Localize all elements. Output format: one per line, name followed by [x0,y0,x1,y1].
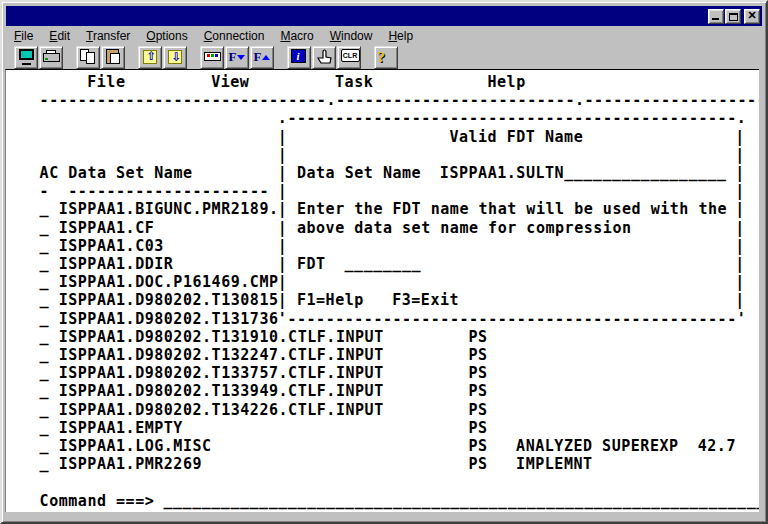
ac-select-field[interactable]: _ [40,237,50,255]
command-input[interactable]: ________________________________________… [163,492,759,510]
index-help-icon: i [291,49,308,65]
copy-button[interactable] [76,46,100,69]
host-menu-view[interactable]: View [211,73,249,91]
help-button[interactable]: ? [374,46,398,69]
ac-select-field[interactable]: _ [40,455,50,473]
dialog-instruction: Enter the FDT name that will be used wit… [297,200,727,218]
dialog-top-border: .---------------------------------------… [278,109,746,127]
dataset-name: ISPPAA1.D980202.T133949.CTLF.INPUT [59,382,384,400]
dialog-instruction: above data set name for compression [297,219,632,237]
font-decrease-button[interactable]: F [225,46,249,69]
clear-screen-button[interactable]: CLR [337,46,361,69]
dialog-right-border: | [735,164,745,182]
dialog-right-border: | [735,291,745,309]
close-button[interactable]: ✕ [744,9,760,24]
dataset-name: ISPPAA1.D980202.T131910.CTLF.INPUT [59,328,384,346]
dataset-name: ISPPAA1.DOC.P161469.CMP [59,273,279,291]
menu-help[interactable]: Help [380,28,421,45]
dialog-right-border: | [735,200,745,218]
keyboard-remap-button[interactable] [200,46,224,69]
dataset-org: PS [468,401,487,419]
terminal-screen-button[interactable] [14,46,38,69]
dialog-left-border: | [278,200,288,218]
dialog-left-border: | [278,128,288,146]
host-menu-file[interactable]: File [87,73,125,91]
menu-options[interactable]: Options [138,28,195,45]
dialog-right-border: | [735,255,745,273]
emulator-window: ✕ FileEditTransferOptionsConnectionMacro… [0,0,768,524]
minimize-icon [712,18,719,20]
ac-select-field[interactable]: _ [40,437,50,455]
ac-select-field[interactable]: _ [40,273,50,291]
ac-select-field[interactable]: _ [40,382,50,400]
help-icon: ? [378,49,395,65]
dataset-name: ISPPAA1.D980202.T132247.CTLF.INPUT [59,346,384,364]
maximize-icon [729,13,738,21]
list-header: AC Data Set Name [40,164,193,182]
paste-button[interactable] [101,46,125,69]
dialog-right-border: | [735,237,745,255]
ac-select-field[interactable]: _ [40,291,50,309]
hand-pointer-icon [316,49,333,65]
menu-edit[interactable]: Edit [41,28,78,45]
title-bar[interactable]: ✕ [6,6,762,26]
ac-select-field[interactable]: _ [40,346,50,364]
menu-macro[interactable]: Macro [272,28,321,45]
font-increase-button[interactable]: F [250,46,274,69]
dataset-org: PS [468,346,487,364]
ac-select-field[interactable]: _ [40,310,50,328]
ac-select-field[interactable]: _ [40,200,50,218]
dataset-name: ISPPAA1.DDIR [59,255,174,273]
ac-select-field[interactable]: _ [40,328,50,346]
ac-select-field[interactable]: _ [40,401,50,419]
dataset-status: ANALYZED SUPEREXP 42.7 [516,437,736,455]
receive-file-button[interactable]: ⇩ [163,46,187,69]
ac-select-field[interactable]: _ [40,219,50,237]
print-button[interactable] [39,46,63,69]
menu-file[interactable]: File [6,28,41,45]
dialog-left-border: | [278,164,288,182]
action-bar-separator: ------------------------------.---------… [40,91,759,109]
font-increase-icon: F [254,49,271,65]
send-file-button[interactable]: ⇧ [138,46,162,69]
dataset-name: ISPPAA1.D980202.T131736 [59,310,279,328]
dialog-right-border: | [735,146,745,164]
dialog-left-border: | [278,219,288,237]
dataset-status: IMPLEMNT [516,455,593,473]
fkey-help-hint: F1=Help [297,291,364,309]
dialog-right-border: | [735,219,745,237]
dataset-org: PS [468,455,487,473]
hand-pointer-button[interactable] [312,46,336,69]
command-label: Command ===> [40,492,155,510]
dialog-left-border: | [278,273,288,291]
dataset-name: ISPPAA1.D980202.T134226.CTLF.INPUT [59,401,384,419]
host-menu-task[interactable]: Task [335,73,373,91]
menu-connection[interactable]: Connection [196,28,273,45]
dataset-org: PS [468,437,487,455]
host-menu-help[interactable]: Help [488,73,526,91]
menu-transfer[interactable]: Transfer [78,28,138,45]
fdt-input[interactable]: ________ [345,255,422,273]
dataset-name: ISPPAA1.BIGUNC.PMR2189. [59,200,279,218]
close-icon: ✕ [745,9,759,22]
clear-screen-icon: CLR [341,49,358,65]
terminal-screen[interactable]: FileViewTaskHelp------------------------… [5,69,759,512]
dataset-name: ISPPAA1.CF [59,219,155,237]
dataset-name-label: Data Set Name [297,164,421,182]
fkey-exit-hint: F3=Exit [392,291,459,309]
ac-select-field[interactable]: _ [40,419,50,437]
ac-select-field[interactable]: _ [40,255,50,273]
ac-select-field[interactable]: _ [40,364,50,382]
index-help-button[interactable]: i [287,46,311,69]
dataset-name: ISPPAA1.D980202.T130815 [59,291,279,309]
minimize-button[interactable] [708,9,724,24]
dataset-name: ISPPAA1.PMR2269 [59,455,202,473]
dialog-left-border: | [278,291,288,309]
dataset-name-input[interactable]: ISPPAA1.SULTN_________________ [440,164,727,182]
menu-window[interactable]: Window [322,28,381,45]
dataset-org: PS [468,328,487,346]
list-header-underline: - --------------------- [40,182,269,200]
maximize-button[interactable] [725,9,741,24]
paste-icon [105,49,122,65]
terminal-screen-icon [18,49,35,65]
